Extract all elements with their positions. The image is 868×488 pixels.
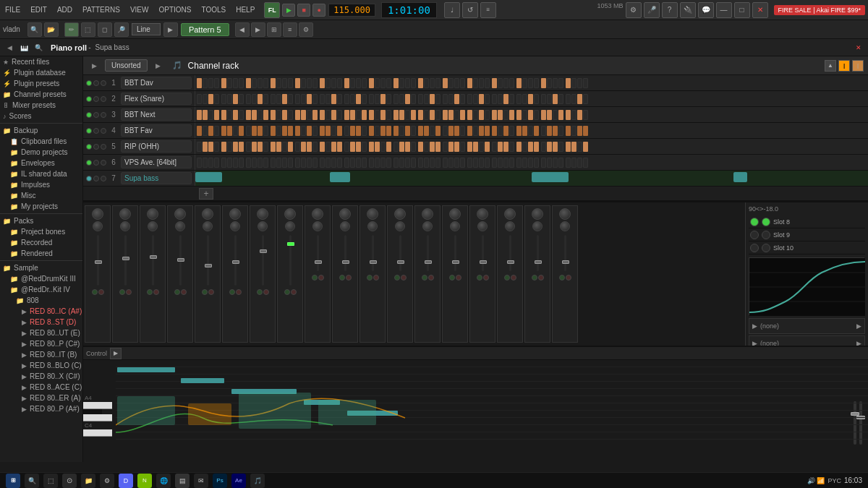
step-btn[interactable] [307,110,312,120]
mx-green-btn-4[interactable] [174,289,180,295]
step-btn[interactable] [393,110,399,120]
step-btn[interactable] [350,78,355,88]
step-btn[interactable] [344,142,349,152]
sidebar-item-plugin-database[interactable]: ⚡ Plugin database [0,67,82,78]
step-btn[interactable] [312,142,318,152]
menu-patterns[interactable]: PATTERNS [80,4,122,15]
bpm-display[interactable]: 115.000 [328,4,375,17]
step-btn[interactable] [386,94,391,104]
step-btn[interactable] [227,142,232,152]
step-btn[interactable] [271,110,276,120]
step-btn[interactable] [331,110,336,120]
step-btn[interactable] [399,126,404,136]
step-btn[interactable] [239,142,244,152]
step-btn[interactable] [221,94,226,104]
step-btn[interactable] [435,110,441,120]
erase-tool-icon[interactable]: ◻ [98,22,112,37]
step-btn[interactable] [430,142,435,152]
mx-fader-5[interactable] [205,264,212,267]
search-icon[interactable]: 🔍 [27,22,42,37]
mx-fader-11[interactable] [370,260,377,264]
step-btn[interactable] [405,110,410,120]
step-btn[interactable] [263,158,268,168]
step-btn[interactable] [258,94,263,104]
sidebar-item-rendered[interactable]: 📁 Rendered [0,248,82,259]
step-btn[interactable] [221,110,226,120]
step-btn[interactable] [485,126,490,136]
step-btn[interactable] [221,126,226,136]
sidebar-item-clipboard-files[interactable]: 📋 Clipboard files [0,136,82,147]
mx-red-btn-2[interactable] [126,289,132,295]
step-btn[interactable] [312,78,318,88]
step-btn[interactable] [380,110,386,120]
mx-green-btn-5[interactable] [202,289,208,295]
mx-knob2-2[interactable] [120,221,130,231]
step-btn[interactable] [246,158,251,168]
step-btn[interactable] [399,110,404,120]
step-btn[interactable] [443,78,448,88]
step-btn[interactable] [479,78,484,88]
step-btn[interactable] [295,142,300,152]
mx-knob-18[interactable] [559,208,571,220]
step-btn[interactable] [566,94,571,104]
step-btn[interactable] [583,142,588,152]
fx-slot-10-toggle[interactable] [750,244,759,252]
step-btn[interactable] [430,110,435,120]
mx-fader-2[interactable] [122,257,129,260]
sidebar-item-channel-presets[interactable]: 📁 Channel presets [0,89,82,100]
mx-fader-1[interactable] [95,260,102,264]
record-button[interactable]: ● [312,4,326,17]
step-btn[interactable] [369,110,374,120]
add-channel-btn[interactable]: + [199,188,213,200]
ch3-name[interactable]: BBT Next [121,108,192,121]
step-btn[interactable] [393,126,399,136]
step-btn[interactable] [326,126,331,136]
ch7-led3[interactable] [101,176,106,181]
step-btn[interactable] [558,158,563,168]
step-btn[interactable] [528,142,533,152]
step-btn[interactable] [460,110,465,120]
step-btn[interactable] [509,78,514,88]
mx-red-btn-16[interactable] [511,275,516,281]
step-btn[interactable] [263,78,268,88]
step-btn[interactable] [577,142,582,152]
step-btn[interactable] [498,158,503,168]
mx-knob2-17[interactable] [532,221,542,231]
step-btn[interactable] [246,94,251,104]
sidebar-item-red-drum-kit-3[interactable]: 📁 @RedDrumKit III [0,273,82,284]
step-btn[interactable] [547,94,552,104]
step-btn[interactable] [571,126,576,136]
step-btn[interactable] [473,126,478,136]
step-btn[interactable] [276,142,281,152]
step-btn[interactable] [547,158,552,168]
step-btn[interactable] [386,110,391,120]
mx-knob2-14[interactable] [450,221,460,231]
step-btn[interactable] [566,126,571,136]
step-btn[interactable] [380,126,386,136]
step-btn[interactable] [239,78,244,88]
step-btn[interactable] [337,126,342,136]
step-btn[interactable] [288,78,293,88]
step-btn[interactable] [208,158,213,168]
sidebar-item-red80-ic[interactable]: ▶ RED 80..IC (A#) [0,306,82,317]
sidebar-item-mixer-presets[interactable]: 🎚 Mixer presets [0,100,82,111]
browser-icon[interactable]: 🌐 [156,474,171,488]
ch1-led3[interactable] [101,80,106,86]
step-btn[interactable] [566,142,571,152]
step-btn[interactable] [246,110,251,120]
step-btn[interactable] [418,142,423,152]
step-btn[interactable] [577,110,582,120]
mx-green-btn-1[interactable] [92,289,98,295]
step-btn[interactable] [375,126,380,136]
step-btn[interactable] [356,158,361,168]
step-btn[interactable] [541,142,546,152]
mx-knob-4[interactable] [174,208,186,220]
step-btn[interactable] [203,126,208,136]
mx-fader-9[interactable] [315,260,322,264]
mx-knob-17[interactable] [532,208,543,220]
sidebar-item-backup[interactable]: 📁 Backup [0,125,82,136]
step-btn[interactable] [263,110,268,120]
step-btn[interactable] [301,158,306,168]
step-btn[interactable] [448,142,454,152]
step-btn[interactable] [498,110,503,120]
